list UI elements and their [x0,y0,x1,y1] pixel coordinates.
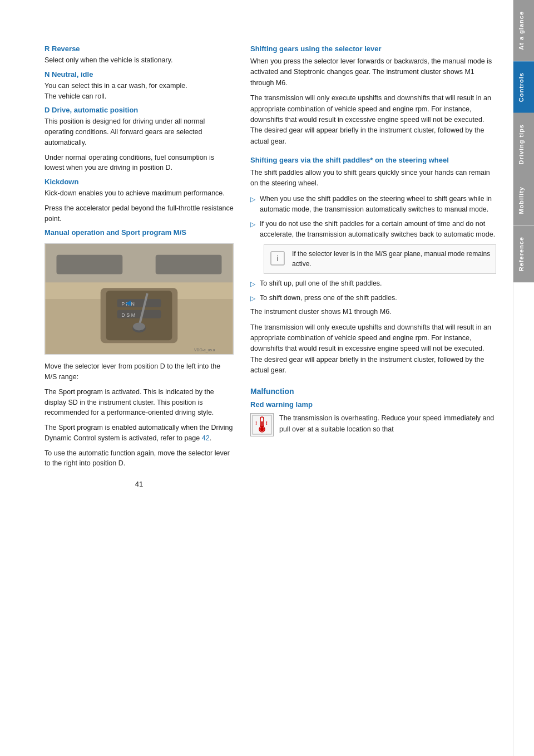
sidebar-tab-controls[interactable]: Controls [513,61,535,113]
d-drive-heading: D Drive, automatic position [44,106,234,114]
sidebar: At a glance Controls Driving tips Mobili… [513,0,534,756]
warning-box: ! ! The transmission is overheating. Red… [250,413,496,436]
bullet-item-2: ▷ If you do not use the shift paddles fo… [250,219,496,240]
section-n-neutral: N Neutral, idle You can select this in a… [44,70,234,102]
kickdown-body1: Kick-down enables you to achieve maximum… [44,188,234,199]
warning-icon-box: ! ! [250,413,274,436]
cluster-text: The instrument cluster shows M1 through … [250,307,496,317]
manual-body1: Move the selector lever from position D … [44,361,234,382]
manual-body3-end: . [210,434,211,442]
sidebar-tab-driving-tips[interactable]: Driving tips [513,113,535,176]
d-drive-body1: This position is designed for driving un… [44,116,234,148]
svg-text:i: i [276,254,278,263]
gear-shift-svg: P R N D S M VDO-c_us.a [45,244,233,354]
n-neutral-heading: N Neutral, idle [44,70,234,78]
bullet-item-1: ▷ When you use the shift paddles on the … [250,194,496,215]
main-heading: Shifting gears using the selector lever [250,45,496,53]
svg-text:D  S  M: D S M [121,312,135,318]
svg-rect-14 [156,255,222,274]
d-drive-body2: Under normal operating conditions, fuel … [44,153,234,174]
manual-body2: The Sport program is activated. This is … [44,387,234,418]
page-link[interactable]: 42 [202,434,210,442]
main-body2: The transmission will only execute upshi… [250,93,496,147]
section-manual: Manual operation and Sport program M/S [44,228,234,469]
malfunction-heading: Malfunction [250,387,496,396]
svg-text:!: ! [266,420,268,426]
bullet-shift-down: ▷ To shift down, press one of the shift … [250,293,496,304]
svg-rect-13 [57,255,123,274]
info-icon-svg: i [270,251,285,266]
bullet-text-2: If you do not use the shift paddles for … [260,219,496,240]
sidebar-tab-at-glance[interactable]: At a glance [513,0,535,61]
bullet-shift-up: ▷ To shift up, pull one of the shift pad… [250,278,496,289]
info-box-text: If the selector lever is in the M/S gear… [292,249,491,269]
bullet-arrow-shift-down: ▷ [250,293,255,304]
section-r-reverse: R Reverse Select only when the vehicle i… [44,45,234,66]
r-reverse-heading: R Reverse [44,45,234,53]
main-body1: When you press the selector lever forwar… [250,56,496,89]
gear-shift-image: P R N D S M VDO-c_us.a [44,243,234,355]
r-reverse-body: Select only when the vehicle is stationa… [44,55,234,66]
n-neutral-body: You can select this in a car wash, for e… [44,81,234,102]
kickdown-body2: Press the accelerator pedal beyond the f… [44,203,234,224]
info-box: i If the selector lever is in the M/S ge… [264,244,496,274]
section-kickdown: Kickdown Kick-down enables you to achiev… [44,178,234,224]
bullet-shift-down-text: To shift down, press one of the shift pa… [260,293,397,304]
svg-text:!: ! [255,420,257,426]
page-number: 41 [135,480,143,488]
sidebar-tab-mobility[interactable]: Mobility [513,175,535,225]
red-warning-heading: Red warning lamp [250,400,496,409]
sidebar-tab-reference[interactable]: Reference [513,225,535,282]
svg-point-22 [260,428,264,431]
page-number-container: 41 [44,480,234,494]
bullet-shift-up-text: To shift up, pull one of the shift paddl… [260,278,382,289]
bullet-arrow-1: ▷ [250,194,255,215]
manual-heading: Manual operation and Sport program M/S [44,228,234,237]
shift-paddles-heading: Shifting gears via the shift paddles* on… [250,156,496,164]
svg-text:VDO-c_us.a: VDO-c_us.a [194,348,215,352]
right-column: Shifting gears using the selector lever … [250,45,496,734]
shift-paddles-body: The shift paddles allow you to shift gea… [250,168,496,189]
warning-icon-svg: ! ! [252,415,272,435]
manual-body3: The Sport program is enabled automatical… [44,423,234,444]
info-box-icon: i [269,249,286,267]
section-d-drive: D Drive, automatic position This positio… [44,106,234,173]
svg-point-10 [133,323,145,331]
warning-text: The transmission is overheating. Reduce … [279,413,496,436]
kickdown-heading: Kickdown [44,178,234,186]
transmission-body: The transmission will only execute upshi… [250,322,496,376]
bullet-arrow-2: ▷ [250,219,255,240]
left-column: R Reverse Select only when the vehicle i… [44,45,234,734]
bullet-text-1: When you use the shift paddles on the st… [260,194,496,215]
main-content: R Reverse Select only when the vehicle i… [0,0,513,756]
bullet-arrow-shift-up: ▷ [250,279,255,289]
manual-body4: To use the automatic function again, mov… [44,448,234,469]
page-container: R Reverse Select only when the vehicle i… [0,0,534,756]
malfunction-section: Malfunction Red warning lamp [250,387,496,436]
